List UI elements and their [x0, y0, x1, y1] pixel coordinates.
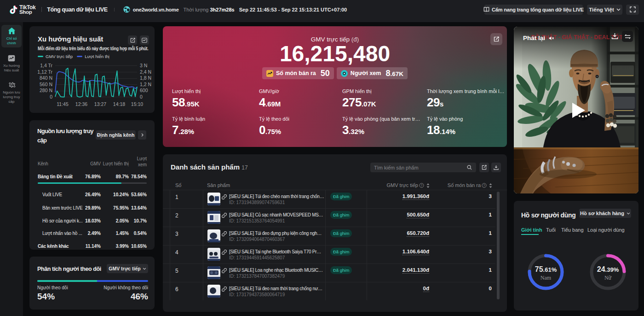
svg-text:600: 600: [140, 88, 148, 93]
svg-text:1,8 N: 1,8 N: [140, 75, 151, 81]
svg-text:?: ?: [421, 184, 423, 187]
svg-text:1,4 Tr: 1,4 Tr: [40, 63, 52, 68]
svg-text:11:45: 11:45: [57, 101, 69, 107]
svg-text:840 N: 840 N: [40, 75, 52, 81]
svg-text:3 N: 3 N: [140, 63, 147, 68]
svg-text:0: 0: [140, 94, 143, 99]
svg-text:2,4 N: 2,4 N: [140, 69, 151, 75]
svg-text:1,2 N: 1,2 N: [140, 82, 151, 87]
svg-text:0: 0: [50, 94, 52, 99]
svg-text:15:10: 15:10: [131, 101, 143, 107]
svg-text:14:18: 14:18: [113, 101, 125, 107]
svg-text:560 N: 560 N: [40, 82, 52, 87]
svg-text:?: ?: [483, 184, 485, 187]
svg-text:1,12 Tr: 1,12 Tr: [37, 69, 52, 75]
svg-text:13:27: 13:27: [94, 101, 106, 107]
svg-text:12:36: 12:36: [75, 101, 87, 107]
svg-text:280 N: 280 N: [40, 88, 52, 93]
